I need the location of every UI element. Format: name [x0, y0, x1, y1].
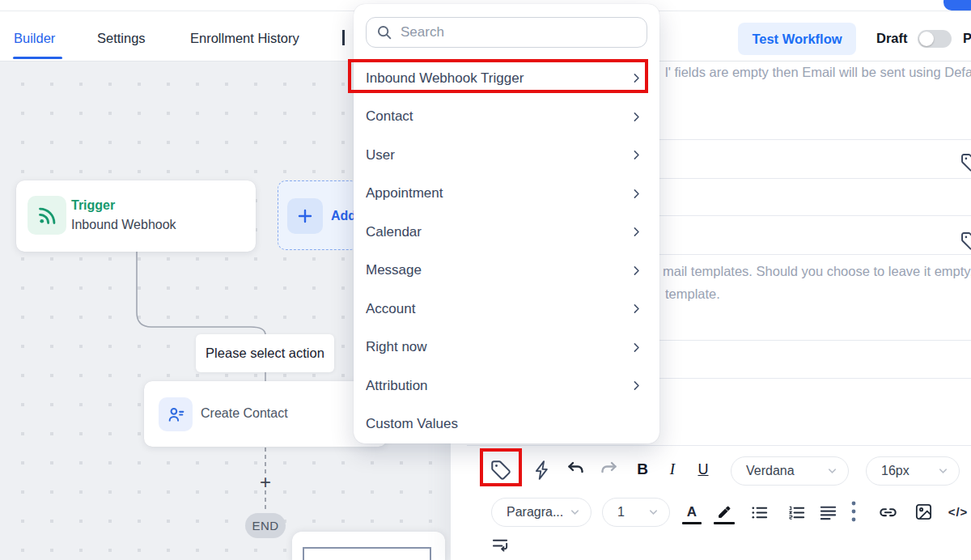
menu-item-label: Calendar — [366, 224, 630, 240]
underline-button[interactable]: U — [693, 458, 713, 481]
font-family-value: Verdana — [746, 464, 795, 478]
template-notice-line1: mail templates. Should you choose to lea… — [663, 264, 971, 279]
hidden-tab-sliver — [342, 30, 345, 45]
font-size-value: 16px — [881, 464, 910, 478]
menu-item-label: Account — [366, 301, 630, 317]
menu-item-label: Appointment — [366, 185, 630, 202]
email-default-notice: l' fields are empty then Email will be s… — [665, 65, 971, 80]
chevron-right-icon — [630, 341, 643, 354]
workflow-end-marker: END — [245, 513, 286, 538]
test-workflow-button[interactable]: Test Workflow — [738, 23, 856, 55]
custom-value-tag-icon[interactable] — [960, 231, 971, 252]
create-contact-label: Create Contact — [201, 406, 288, 421]
tab-builder[interactable]: Builder — [14, 31, 55, 46]
insert-image-button[interactable] — [913, 501, 934, 522]
menu-item-label: Right now — [366, 339, 630, 355]
line-height-select[interactable]: 1 — [602, 498, 670, 527]
highlight-color-button[interactable] — [714, 500, 735, 524]
menu-item-label: Attribution — [366, 378, 630, 394]
workflow-builder-screen: Trigger Inbound Webhook Add Please selec… — [0, 0, 971, 560]
bold-button[interactable]: B — [633, 458, 652, 481]
chevron-right-icon — [630, 148, 643, 162]
text-wrap-button[interactable] — [490, 536, 511, 555]
highlight-color-swatch — [714, 522, 735, 524]
menu-item-user[interactable]: User — [354, 136, 659, 175]
tab-enrollment-history[interactable]: Enrollment History — [190, 31, 299, 46]
menu-item-account[interactable]: Account — [354, 290, 659, 329]
redo-icon[interactable] — [598, 459, 619, 480]
italic-button[interactable]: I — [664, 458, 681, 481]
chevron-right-icon — [630, 302, 643, 316]
lightning-trigger-link-button[interactable] — [532, 458, 554, 482]
chevron-down-icon — [937, 465, 949, 477]
chevron-right-icon — [630, 110, 643, 124]
text-color-letter: A — [687, 504, 697, 520]
search-icon — [375, 23, 393, 41]
menu-item-label: Message — [366, 262, 630, 278]
menu-item-label: User — [366, 147, 630, 163]
publish-label: Pu — [963, 31, 971, 46]
chevron-right-icon — [630, 187, 643, 201]
more-options-icon[interactable] — [848, 499, 859, 524]
menu-item-label: Custom Values — [366, 416, 643, 432]
bullet-list-button[interactable] — [748, 502, 770, 523]
bottom-card-field[interactable] — [303, 547, 431, 560]
align-text-button[interactable] — [817, 502, 838, 523]
menu-item-label: Contact — [366, 108, 630, 125]
trigger-node[interactable]: Trigger Inbound Webhook — [16, 180, 256, 252]
plus-icon — [287, 198, 323, 234]
chevron-right-icon — [630, 71, 643, 85]
undo-icon[interactable] — [566, 459, 587, 480]
chevron-down-icon — [569, 507, 581, 519]
field-divider — [467, 445, 971, 446]
paragraph-style-value: Paragra... — [507, 505, 563, 520]
menu-item-label: Inbound Webhook Trigger — [366, 70, 630, 87]
add-action-button[interactable]: Add — [278, 180, 358, 250]
trigger-category-dropdown: Inbound Webhook Trigger Contact User App… — [354, 4, 659, 443]
custom-value-tag-icon[interactable] — [960, 152, 971, 173]
draft-label: Draft — [876, 31, 908, 46]
insert-step-plus[interactable]: + — [256, 473, 275, 492]
chevron-right-icon — [630, 225, 643, 239]
active-tab-underline — [13, 57, 62, 59]
chevron-right-icon — [630, 264, 643, 278]
chevron-down-icon — [826, 465, 838, 477]
cutoff-blue-button[interactable] — [943, 0, 971, 11]
code-view-button[interactable]: </> — [946, 501, 970, 522]
template-notice-line2: template. — [665, 286, 720, 302]
menu-item-appointment[interactable]: Appointment — [354, 175, 659, 214]
menu-item-calendar[interactable]: Calendar — [354, 213, 659, 252]
dropdown-menu-list: Inbound Webhook Trigger Contact User App… — [354, 59, 659, 443]
menu-item-right-now[interactable]: Right now — [354, 329, 659, 367]
font-size-select[interactable]: 16px — [866, 456, 960, 486]
add-action-label: Add — [331, 209, 356, 223]
numbered-list-button[interactable] — [786, 502, 807, 523]
search-input[interactable] — [366, 17, 647, 48]
line-height-value: 1 — [617, 505, 625, 520]
webhook-signal-icon — [28, 196, 66, 235]
bottom-partial-card — [292, 532, 445, 560]
publish-toggle[interactable] — [918, 30, 952, 48]
insert-link-button[interactable] — [876, 502, 899, 523]
menu-item-custom-values[interactable]: Custom Values — [354, 405, 659, 444]
menu-item-message[interactable]: Message — [354, 252, 659, 291]
tag-merge-field-button[interactable] — [488, 457, 514, 483]
contact-person-icon — [159, 397, 193, 431]
select-action-tooltip: Please select action — [196, 334, 334, 372]
chevron-right-icon — [630, 379, 643, 392]
menu-item-inbound-webhook-trigger[interactable]: Inbound Webhook Trigger — [354, 59, 659, 98]
trigger-node-subtitle: Inbound Webhook — [71, 218, 176, 232]
trigger-node-title: Trigger — [71, 198, 115, 213]
toggle-knob — [919, 32, 934, 46]
menu-item-contact[interactable]: Contact — [354, 98, 659, 137]
font-family-select[interactable]: Verdana — [731, 456, 849, 486]
chevron-down-icon — [647, 507, 659, 519]
paragraph-style-select[interactable]: Paragra... — [491, 498, 592, 527]
text-color-swatch — [682, 522, 702, 524]
create-contact-node[interactable]: Create Contact — [144, 381, 387, 447]
menu-item-attribution[interactable]: Attribution — [354, 367, 659, 405]
tab-settings[interactable]: Settings — [97, 31, 146, 46]
text-color-button[interactable]: A — [682, 500, 702, 524]
